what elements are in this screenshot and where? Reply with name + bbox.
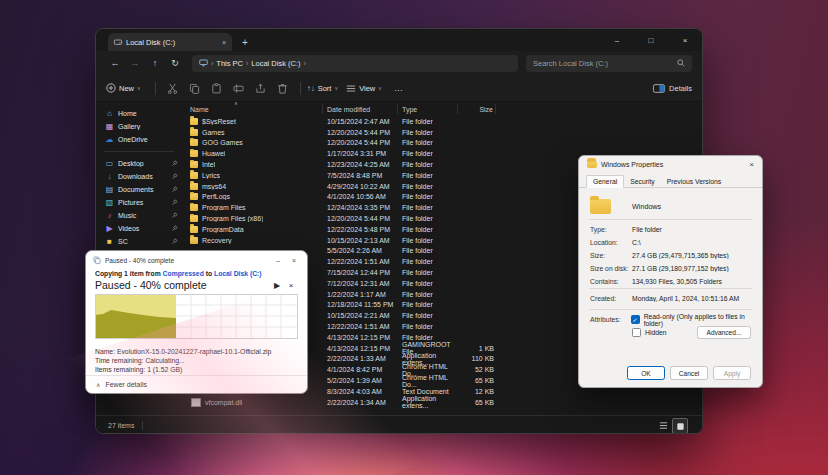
transfer-speed-chart <box>95 294 298 343</box>
created-value: Monday, April 1, 2024, 10:51:16 AM <box>632 295 762 302</box>
file-type: File folder <box>398 215 458 222</box>
file-type: Application extens... <box>398 352 458 366</box>
file-name: Huawei <box>202 150 225 157</box>
advanced-button[interactable]: Advanced... <box>697 326 751 339</box>
maximize-button[interactable]: □ <box>634 29 668 51</box>
property-label: Size: <box>579 252 632 259</box>
properties-tab[interactable]: Previous Versions <box>661 176 727 187</box>
view-lines-icon <box>346 84 356 93</box>
sidebar-item[interactable]: ⌂ Home <box>96 107 182 120</box>
details-label: Details <box>669 84 692 93</box>
details-pane-icon <box>653 84 665 93</box>
search-icon <box>677 59 685 67</box>
file-row[interactable]: vfcompat.dll 2/22/2024 1:34 AM Applicati… <box>182 397 702 408</box>
properties-tab[interactable]: General <box>586 175 624 188</box>
dialog-close-button[interactable]: × <box>288 257 300 264</box>
new-button[interactable]: New ∨ <box>106 83 141 93</box>
sidebar-item-icon: ▧ <box>105 198 114 207</box>
search-input[interactable]: Search Local Disk (C:) <box>526 55 692 72</box>
property-row: Size: 27.4 GB (29,479,715,365 bytes) <box>579 249 762 262</box>
file-row[interactable]: Games 12/20/2024 5:44 PM File folder <box>182 127 702 138</box>
properties-tab[interactable]: Security <box>624 176 661 187</box>
forward-button[interactable]: → <box>126 58 144 68</box>
disk-icon <box>114 38 122 46</box>
sidebar-item-label: OneDrive <box>118 136 178 143</box>
back-button[interactable]: ← <box>106 58 124 68</box>
paste-button[interactable] <box>206 83 228 94</box>
details-view-button[interactable] <box>656 418 670 432</box>
close-button[interactable]: × <box>668 29 702 51</box>
minimize-button[interactable]: – <box>600 29 634 51</box>
copy-details: Name: EvolutionX-15.0-20241227-raphael-1… <box>95 347 298 374</box>
rename-button[interactable] <box>228 83 250 94</box>
file-name: $SysReset <box>202 118 236 125</box>
sidebar-item[interactable]: ▭ Desktop <box>96 157 182 170</box>
file-size: 110 KB <box>458 355 496 362</box>
dialog-minimize-button[interactable]: – <box>272 257 284 264</box>
breadcrumb[interactable]: › This PC › Local Disk (C:) › <box>192 55 518 72</box>
breadcrumb-this-pc[interactable]: This PC <box>216 59 243 68</box>
new-tab-button[interactable]: + <box>242 38 248 48</box>
file-name: PerfLogs <box>202 193 230 200</box>
command-bar: New ∨ ↑↓ Sort ∨ View ∨ … <box>96 75 702 102</box>
pin-icon <box>171 238 178 245</box>
sidebar-item[interactable]: ▧ Pictures <box>96 196 182 209</box>
readonly-checkbox[interactable]: ✓ <box>631 315 640 324</box>
status-bar: 27 items <box>96 415 702 434</box>
delete-button[interactable] <box>272 83 294 94</box>
sidebar-item[interactable]: ↓ Downloads <box>96 170 182 183</box>
view-button[interactable]: View ∨ <box>346 84 382 93</box>
sidebar-item[interactable]: ▦ Gallery <box>96 120 182 133</box>
cut-button[interactable] <box>162 83 184 94</box>
hidden-checkbox[interactable] <box>632 328 641 337</box>
file-row[interactable]: GOG Games 12/20/2024 5:44 PM File folder <box>182 138 702 149</box>
fewer-details-button[interactable]: ∧ Fewer details <box>86 375 307 393</box>
attributes-section: Attributes: ✓ Read-only (Only applies to… <box>579 313 762 339</box>
breadcrumb-current[interactable]: Local Disk (C:) <box>251 59 300 68</box>
property-row: Size on disk: 27.1 GB (29,180,977,152 by… <box>579 262 762 275</box>
sidebar-item-icon: ▤ <box>105 185 114 194</box>
column-header-type[interactable]: Type <box>398 104 458 114</box>
cancel-button[interactable]: Cancel <box>670 366 708 380</box>
chevron-right-icon: › <box>246 60 248 67</box>
column-header-name[interactable]: Name <box>182 104 323 114</box>
sidebar-item[interactable]: ▶ Videos <box>96 222 182 235</box>
column-header-size[interactable]: Size <box>458 104 496 114</box>
search-placeholder: Search Local Disk (C:) <box>533 59 677 68</box>
chevron-right-icon: › <box>211 60 213 67</box>
new-plus-icon <box>106 83 116 93</box>
tab-close-icon[interactable]: × <box>222 39 226 46</box>
created-label: Created: <box>579 295 632 302</box>
sidebar-item-label: Downloads <box>118 173 167 180</box>
file-type: File folder <box>398 139 458 146</box>
sidebar-item[interactable]: ■ SC <box>96 235 182 248</box>
resume-button[interactable]: ▶ <box>270 281 284 290</box>
sidebar-item[interactable]: ☁ OneDrive <box>96 133 182 146</box>
sort-button[interactable]: ↑↓ Sort ∨ <box>307 84 338 93</box>
file-type: File folder <box>398 172 458 179</box>
ok-button[interactable]: OK <box>627 366 665 380</box>
properties-close-button[interactable]: × <box>749 160 754 169</box>
column-header-date[interactable]: Date modified <box>323 104 398 114</box>
sidebar-item-icon: ⌂ <box>105 109 114 118</box>
file-type: Chrome HTML Do... <box>398 363 458 377</box>
icons-view-button[interactable] <box>672 418 688 434</box>
source-folder-link[interactable]: Compressed <box>163 270 204 277</box>
details-toggle-button[interactable]: Details <box>653 84 692 93</box>
apply-button[interactable]: Apply <box>713 366 751 380</box>
sidebar-item[interactable]: ♪ Music <box>96 209 182 222</box>
destination-link[interactable]: Local Disk (C:) <box>214 270 262 277</box>
sidebar-item[interactable]: ▤ Documents <box>96 183 182 196</box>
cancel-copy-button[interactable]: × <box>284 281 298 290</box>
refresh-button[interactable]: ↻ <box>166 58 184 68</box>
file-name: msys64 <box>202 183 226 190</box>
sidebar-item-label: Videos <box>118 225 167 232</box>
share-button[interactable] <box>250 83 272 94</box>
explorer-tab[interactable]: Local Disk (C:) × <box>108 33 232 51</box>
copy-button[interactable] <box>184 83 206 94</box>
file-date-modified: 12/22/2024 1:51 AM <box>323 323 398 330</box>
more-options-button[interactable]: … <box>394 83 404 93</box>
file-date-modified: 12/23/2024 4:25 AM <box>323 161 398 168</box>
file-row[interactable]: $SysReset 10/15/2024 2:47 AM File folder <box>182 116 702 127</box>
up-button[interactable]: ↑ <box>146 58 164 68</box>
